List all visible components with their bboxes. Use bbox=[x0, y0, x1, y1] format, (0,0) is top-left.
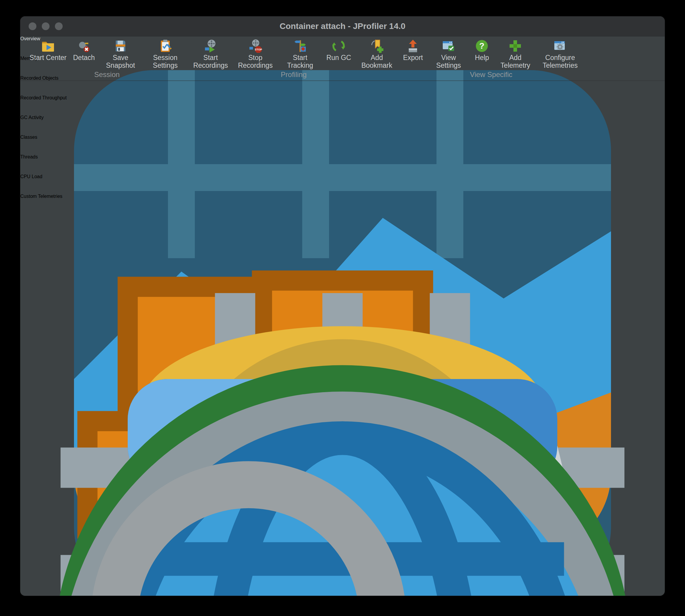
add-bookmark-icon bbox=[370, 39, 384, 53]
toolbar-button-label: Session Settings bbox=[146, 54, 184, 69]
svg-text:STOP: STOP bbox=[255, 48, 262, 51]
save-snapshot-icon bbox=[113, 39, 128, 53]
svg-text:?: ? bbox=[479, 41, 484, 50]
view-settings-icon bbox=[441, 39, 456, 53]
help-button[interactable]: ?Help bbox=[472, 38, 492, 62]
toolbar-button-label: Run GC bbox=[326, 54, 351, 62]
sidebar-item-mbeans[interactable]: MBeans bbox=[20, 371, 665, 391]
stop-recordings-button[interactable]: STOPStop Recordings bbox=[233, 38, 278, 70]
add-telemetry-icon bbox=[508, 39, 522, 53]
run-gc-button[interactable]: Run GC bbox=[323, 38, 355, 62]
sidebar-item-monitors-locks[interactable]: Monitors & Locks bbox=[20, 292, 665, 312]
toolbar-button-label: View Settings bbox=[429, 54, 467, 69]
toolbar-button-label: Add Telemetry bbox=[496, 54, 534, 69]
toolbar-button-label: Start Tracking bbox=[281, 54, 319, 69]
add-bookmark-button[interactable]: Add Bookmark bbox=[355, 38, 399, 70]
session-settings-icon bbox=[158, 39, 173, 53]
toolbar-button-label: Detach bbox=[73, 54, 95, 62]
toolbar-button-label: Help bbox=[475, 54, 489, 62]
sidebar-item-databases[interactable]: Databases bbox=[20, 312, 665, 332]
stop-recordings-icon: STOP bbox=[248, 39, 262, 53]
run-gc-icon bbox=[332, 39, 346, 53]
sidebar-item-jvm-custom-probes[interactable]: JVM & Custom Probes bbox=[20, 351, 665, 371]
titlebar: Container attach - JProfiler 14.0 bbox=[20, 16, 665, 37]
view-settings-button[interactable]: View Settings bbox=[426, 38, 471, 70]
toolbar-group-label: Session bbox=[26, 70, 188, 81]
start-center-icon bbox=[41, 39, 55, 53]
toolbar-group-view-specific: ExportView Settings?HelpAdd TelemetryCon… bbox=[400, 38, 583, 81]
sidebar-item-cpu-views[interactable]: CPU Views bbox=[20, 253, 665, 272]
export-icon bbox=[406, 39, 420, 53]
configure-telemetries-icon bbox=[553, 39, 567, 53]
sidebar-item-live-memory[interactable]: Live Memory bbox=[20, 213, 665, 233]
sidebar-item-heap-walker[interactable]: Heap Walker bbox=[20, 233, 665, 253]
export-button[interactable]: Export bbox=[400, 38, 426, 62]
start-tracking-button[interactable]: Start Tracking bbox=[278, 38, 322, 70]
toolbar-group-label: View Specific bbox=[400, 70, 583, 81]
session-settings-button[interactable]: Session Settings bbox=[143, 38, 188, 70]
toolbar: Start CenterDetachSave SnapshotSession S… bbox=[20, 37, 665, 81]
sidebar-item-threads[interactable]: Threads bbox=[20, 272, 665, 292]
toolbar-button-label: Configure Telemetries bbox=[541, 54, 579, 69]
add-telemetry-button[interactable]: Add Telemetry bbox=[493, 38, 538, 70]
toolbar-button-label: Start Center bbox=[29, 54, 67, 62]
toolbar-button-label: Stop Recordings bbox=[236, 54, 274, 69]
start-recordings-button[interactable]: Start Recordings bbox=[188, 38, 233, 70]
window-title: Container attach - JProfiler 14.0 bbox=[20, 16, 665, 36]
detach-icon bbox=[77, 39, 91, 53]
toolbar-button-label: Start Recordings bbox=[191, 54, 230, 69]
filter-field[interactable]: Filter bbox=[20, 391, 665, 596]
app-window: Container attach - JProfiler 14.0 Start … bbox=[20, 16, 665, 596]
main-panel: Filter 5:305:405:506:006:106:20 Memory30… bbox=[20, 391, 665, 596]
help-icon: ? bbox=[475, 39, 489, 53]
toolbar-group-label: Profiling bbox=[188, 70, 399, 81]
toolbar-group-session: Start CenterDetachSave SnapshotSession S… bbox=[26, 38, 188, 81]
start-tracking-icon bbox=[293, 39, 307, 53]
search-icon bbox=[20, 391, 665, 596]
toolbar-button-label: Export bbox=[403, 54, 423, 62]
configure-telemetries-button[interactable]: Configure Telemetries bbox=[538, 38, 583, 70]
sidebar-item-http-rpc-jee[interactable]: HTTP, RPC & JEE bbox=[20, 332, 665, 351]
toolbar-group-profiling: Start RecordingsSTOPStop RecordingsStart… bbox=[188, 38, 399, 81]
toolbar-button-label: Save Snapshot bbox=[101, 54, 140, 69]
start-recordings-icon bbox=[204, 39, 218, 53]
start-center-button[interactable]: Start Center bbox=[26, 38, 70, 62]
toolbar-button-label: Add Bookmark bbox=[358, 54, 396, 69]
detach-button[interactable]: Detach bbox=[70, 38, 98, 62]
save-snapshot-button[interactable]: Save Snapshot bbox=[98, 38, 143, 70]
